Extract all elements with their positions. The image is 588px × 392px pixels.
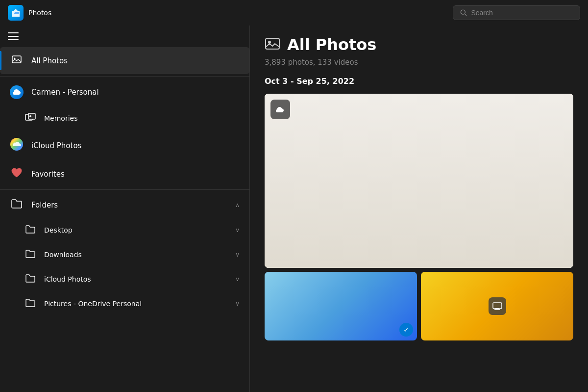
- content-subtitle: 3,893 photos, 133 videos: [265, 58, 573, 67]
- search-bar[interactable]: [453, 5, 580, 20]
- desktop-chevron: ∨: [235, 227, 240, 234]
- svg-point-3: [14, 58, 16, 59]
- photo-thumb-2-icon: [489, 297, 506, 315]
- folders-icon: [10, 199, 24, 211]
- sidebar-item-carmen[interactable]: Carmen - Personal: [0, 78, 249, 106]
- onedrive-chevron: ∨: [235, 300, 240, 307]
- carmen-label: Carmen - Personal: [31, 88, 99, 97]
- sidebar-item-onedrive[interactable]: Pictures - OneDrive Personal ∨: [0, 291, 249, 316]
- icloud-folder-label: iCloud Photos: [44, 275, 227, 283]
- title-bar: Photos: [0, 0, 588, 26]
- onedrive-folder-icon: [24, 298, 36, 309]
- app-name: Photos: [28, 9, 51, 17]
- content-area: All Photos 3,893 photos, 133 videos Oct …: [250, 26, 588, 392]
- sidebar-item-favorites[interactable]: Favorites: [0, 160, 249, 187]
- main-container: All Photos Carmen - Personal: [0, 26, 588, 392]
- all-photos-label: All Photos: [31, 56, 68, 65]
- sidebar-item-downloads[interactable]: Downloads ∨: [0, 242, 249, 267]
- hamburger-button[interactable]: [8, 31, 22, 41]
- downloads-label: Downloads: [44, 251, 227, 259]
- content-title: All Photos: [287, 35, 376, 54]
- sidebar-item-all-photos[interactable]: All Photos: [0, 47, 249, 74]
- main-photo[interactable]: [265, 94, 573, 268]
- sidebar-item-memories[interactable]: Memories: [0, 106, 249, 131]
- folders-header[interactable]: Folders ∧: [0, 192, 249, 218]
- search-input[interactable]: [471, 9, 573, 17]
- divider-1: [0, 76, 249, 77]
- memories-icon: [24, 113, 36, 124]
- svg-rect-35: [494, 309, 500, 310]
- desktop-label: Desktop: [44, 226, 227, 234]
- photo-thumbnails: ✓: [265, 272, 573, 340]
- all-photos-icon: [10, 54, 24, 67]
- downloads-chevron: ∨: [235, 251, 240, 258]
- title-bar-left: Photos: [8, 5, 51, 21]
- content-header-icon: [265, 36, 280, 53]
- photo-thumb-1[interactable]: ✓: [265, 272, 417, 340]
- favorites-icon: [10, 167, 24, 181]
- dog-photo: [265, 94, 573, 268]
- folders-label: Folders: [31, 201, 227, 209]
- icloud-folder-chevron: ∨: [235, 276, 240, 283]
- divider-2: [0, 189, 249, 190]
- sidebar-item-icloud-folder[interactable]: iCloud Photos ∨: [0, 267, 249, 291]
- photo-cloud-badge: [270, 100, 290, 119]
- folders-chevron: ∧: [235, 202, 240, 209]
- svg-rect-8: [266, 38, 279, 49]
- svg-point-6: [29, 115, 31, 117]
- favorites-label: Favorites: [31, 170, 65, 179]
- sidebar-item-icloud[interactable]: iCloud Photos: [0, 131, 249, 160]
- app-icon: [8, 5, 24, 21]
- onedrive-label: Pictures - OneDrive Personal: [44, 300, 227, 308]
- svg-rect-2: [12, 56, 21, 63]
- carmen-icon: [10, 85, 24, 99]
- memories-label: Memories: [44, 114, 240, 122]
- icloud-icon: [10, 137, 24, 154]
- search-icon: [460, 9, 467, 17]
- svg-line-1: [465, 14, 466, 15]
- icloud-folder-icon: [24, 274, 36, 285]
- date-range: Oct 3 - Sep 25, 2022: [265, 77, 573, 86]
- icloud-label: iCloud Photos: [31, 141, 81, 150]
- photo-grid: ✓: [265, 94, 573, 340]
- svg-rect-33: [493, 303, 502, 309]
- photo-check-1: ✓: [399, 323, 413, 337]
- sidebar: All Photos Carmen - Personal: [0, 26, 250, 392]
- svg-point-9: [268, 41, 271, 44]
- content-header: All Photos: [265, 35, 573, 54]
- sidebar-item-desktop[interactable]: Desktop ∨: [0, 218, 249, 242]
- downloads-folder-icon: [24, 249, 36, 260]
- photo-thumb-2[interactable]: [421, 272, 573, 340]
- desktop-folder-icon: [24, 225, 36, 235]
- sidebar-top: [0, 26, 249, 47]
